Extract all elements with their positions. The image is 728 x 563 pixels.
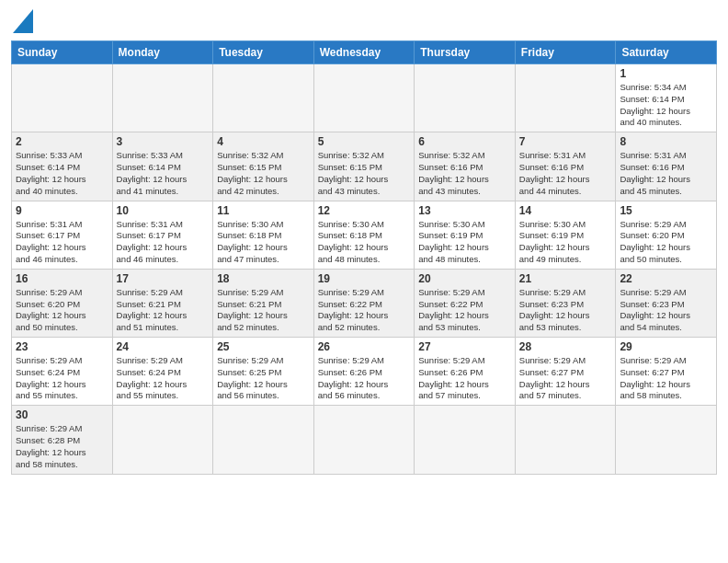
calendar-cell: 29Sunrise: 5:29 AM Sunset: 6:27 PM Dayli… [616, 338, 717, 406]
day-info: Sunrise: 5:31 AM Sunset: 6:16 PM Dayligh… [620, 150, 712, 197]
calendar-cell [213, 406, 314, 474]
calendar-cell: 27Sunrise: 5:29 AM Sunset: 6:26 PM Dayli… [415, 338, 516, 406]
day-number: 2 [16, 135, 108, 148]
calendar-cell: 24Sunrise: 5:29 AM Sunset: 6:24 PM Dayli… [112, 338, 213, 406]
day-info: Sunrise: 5:31 AM Sunset: 6:17 PM Dayligh… [16, 219, 108, 266]
calendar-cell [515, 406, 616, 474]
day-info: Sunrise: 5:30 AM Sunset: 6:18 PM Dayligh… [318, 219, 411, 266]
day-number: 16 [16, 272, 108, 285]
day-number: 6 [418, 135, 511, 148]
calendar-cell: 23Sunrise: 5:29 AM Sunset: 6:24 PM Dayli… [12, 338, 113, 406]
calendar-cell: 30Sunrise: 5:29 AM Sunset: 6:28 PM Dayli… [12, 406, 113, 474]
day-info: Sunrise: 5:30 AM Sunset: 6:18 PM Dayligh… [217, 219, 310, 266]
day-number: 12 [318, 204, 411, 217]
day-info: Sunrise: 5:29 AM Sunset: 6:23 PM Dayligh… [519, 287, 612, 334]
page: SundayMondayTuesdayWednesdayThursdayFrid… [0, 0, 728, 563]
day-number: 18 [217, 272, 310, 285]
day-number: 19 [318, 272, 411, 285]
calendar-cell: 18Sunrise: 5:29 AM Sunset: 6:21 PM Dayli… [213, 269, 314, 337]
calendar-cell [415, 64, 516, 132]
day-number: 3 [117, 135, 210, 148]
day-info: Sunrise: 5:29 AM Sunset: 6:27 PM Dayligh… [620, 355, 712, 402]
calendar-cell: 10Sunrise: 5:31 AM Sunset: 6:17 PM Dayli… [112, 201, 213, 269]
day-number: 1 [620, 67, 712, 80]
day-number: 22 [620, 272, 712, 285]
header-wednesday: Wednesday [313, 41, 415, 64]
header-sunday: Sunday [12, 41, 113, 64]
day-info: Sunrise: 5:29 AM Sunset: 6:22 PM Dayligh… [318, 287, 411, 334]
day-info: Sunrise: 5:33 AM Sunset: 6:14 PM Dayligh… [117, 150, 210, 197]
day-info: Sunrise: 5:31 AM Sunset: 6:17 PM Dayligh… [117, 219, 210, 266]
calendar-cell: 6Sunrise: 5:32 AM Sunset: 6:16 PM Daylig… [415, 132, 516, 201]
day-info: Sunrise: 5:29 AM Sunset: 6:27 PM Dayligh… [519, 355, 612, 402]
calendar: SundayMondayTuesdayWednesdayThursdayFrid… [11, 40, 717, 475]
day-info: Sunrise: 5:29 AM Sunset: 6:26 PM Dayligh… [318, 355, 411, 402]
calendar-cell [112, 64, 213, 132]
day-info: Sunrise: 5:32 AM Sunset: 6:16 PM Dayligh… [418, 150, 511, 197]
day-info: Sunrise: 5:29 AM Sunset: 6:28 PM Dayligh… [16, 423, 108, 470]
day-info: Sunrise: 5:29 AM Sunset: 6:22 PM Dayligh… [418, 287, 511, 334]
day-number: 21 [519, 272, 612, 285]
day-info: Sunrise: 5:29 AM Sunset: 6:21 PM Dayligh… [217, 287, 310, 334]
calendar-cell: 1Sunrise: 5:34 AM Sunset: 6:14 PM Daylig… [616, 64, 717, 132]
week-row-3: 16Sunrise: 5:29 AM Sunset: 6:20 PM Dayli… [12, 269, 717, 337]
week-row-1: 2Sunrise: 5:33 AM Sunset: 6:14 PM Daylig… [12, 132, 717, 201]
day-number: 20 [418, 272, 511, 285]
calendar-header-row: SundayMondayTuesdayWednesdayThursdayFrid… [12, 41, 717, 64]
calendar-cell: 22Sunrise: 5:29 AM Sunset: 6:23 PM Dayli… [616, 269, 717, 337]
calendar-cell: 26Sunrise: 5:29 AM Sunset: 6:26 PM Dayli… [313, 338, 415, 406]
calendar-cell: 9Sunrise: 5:31 AM Sunset: 6:17 PM Daylig… [12, 201, 113, 269]
day-number: 10 [117, 204, 210, 217]
day-number: 27 [418, 340, 511, 353]
day-info: Sunrise: 5:34 AM Sunset: 6:14 PM Dayligh… [620, 82, 712, 129]
calendar-cell [415, 406, 516, 474]
header-thursday: Thursday [415, 41, 516, 64]
svg-marker-0 [13, 9, 33, 33]
calendar-cell [112, 406, 213, 474]
calendar-cell [12, 64, 113, 132]
header-tuesday: Tuesday [213, 41, 314, 64]
header-friday: Friday [515, 41, 616, 64]
day-number: 8 [620, 135, 712, 148]
calendar-cell: 8Sunrise: 5:31 AM Sunset: 6:16 PM Daylig… [616, 132, 717, 201]
day-info: Sunrise: 5:29 AM Sunset: 6:24 PM Dayligh… [16, 355, 108, 402]
week-row-5: 30Sunrise: 5:29 AM Sunset: 6:28 PM Dayli… [12, 406, 717, 474]
calendar-cell [515, 64, 616, 132]
calendar-cell: 13Sunrise: 5:30 AM Sunset: 6:19 PM Dayli… [415, 201, 516, 269]
day-info: Sunrise: 5:31 AM Sunset: 6:16 PM Dayligh… [519, 150, 612, 197]
calendar-cell: 19Sunrise: 5:29 AM Sunset: 6:22 PM Dayli… [313, 269, 415, 337]
day-number: 17 [117, 272, 210, 285]
week-row-0: 1Sunrise: 5:34 AM Sunset: 6:14 PM Daylig… [12, 64, 717, 132]
day-info: Sunrise: 5:33 AM Sunset: 6:14 PM Dayligh… [16, 150, 108, 197]
calendar-cell [213, 64, 314, 132]
day-number: 4 [217, 135, 310, 148]
day-number: 11 [217, 204, 310, 217]
day-info: Sunrise: 5:29 AM Sunset: 6:20 PM Dayligh… [620, 219, 712, 266]
calendar-cell: 28Sunrise: 5:29 AM Sunset: 6:27 PM Dayli… [515, 338, 616, 406]
day-info: Sunrise: 5:29 AM Sunset: 6:24 PM Dayligh… [117, 355, 210, 402]
day-number: 24 [117, 340, 210, 353]
day-number: 7 [519, 135, 612, 148]
day-number: 28 [519, 340, 612, 353]
week-row-4: 23Sunrise: 5:29 AM Sunset: 6:24 PM Dayli… [12, 338, 717, 406]
day-info: Sunrise: 5:32 AM Sunset: 6:15 PM Dayligh… [217, 150, 310, 197]
calendar-cell: 25Sunrise: 5:29 AM Sunset: 6:25 PM Dayli… [213, 338, 314, 406]
day-info: Sunrise: 5:30 AM Sunset: 6:19 PM Dayligh… [519, 219, 612, 266]
calendar-cell: 4Sunrise: 5:32 AM Sunset: 6:15 PM Daylig… [213, 132, 314, 201]
day-number: 14 [519, 204, 612, 217]
calendar-cell: 7Sunrise: 5:31 AM Sunset: 6:16 PM Daylig… [515, 132, 616, 201]
day-number: 25 [217, 340, 310, 353]
calendar-cell: 16Sunrise: 5:29 AM Sunset: 6:20 PM Dayli… [12, 269, 113, 337]
calendar-cell: 15Sunrise: 5:29 AM Sunset: 6:20 PM Dayli… [616, 201, 717, 269]
day-info: Sunrise: 5:29 AM Sunset: 6:25 PM Dayligh… [217, 355, 310, 402]
calendar-cell: 2Sunrise: 5:33 AM Sunset: 6:14 PM Daylig… [12, 132, 113, 201]
calendar-cell: 20Sunrise: 5:29 AM Sunset: 6:22 PM Dayli… [415, 269, 516, 337]
calendar-cell: 3Sunrise: 5:33 AM Sunset: 6:14 PM Daylig… [112, 132, 213, 201]
day-info: Sunrise: 5:29 AM Sunset: 6:23 PM Dayligh… [620, 287, 712, 334]
calendar-cell: 14Sunrise: 5:30 AM Sunset: 6:19 PM Dayli… [515, 201, 616, 269]
logo [11, 9, 33, 33]
calendar-cell: 11Sunrise: 5:30 AM Sunset: 6:18 PM Dayli… [213, 201, 314, 269]
calendar-cell: 17Sunrise: 5:29 AM Sunset: 6:21 PM Dayli… [112, 269, 213, 337]
day-info: Sunrise: 5:32 AM Sunset: 6:15 PM Dayligh… [318, 150, 411, 197]
day-number: 13 [418, 204, 511, 217]
